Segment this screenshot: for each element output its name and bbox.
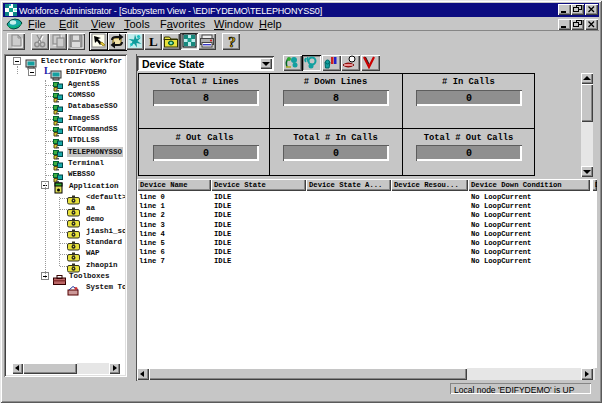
svg-text:L: L <box>149 34 158 49</box>
svg-text:?: ? <box>228 34 236 50</box>
